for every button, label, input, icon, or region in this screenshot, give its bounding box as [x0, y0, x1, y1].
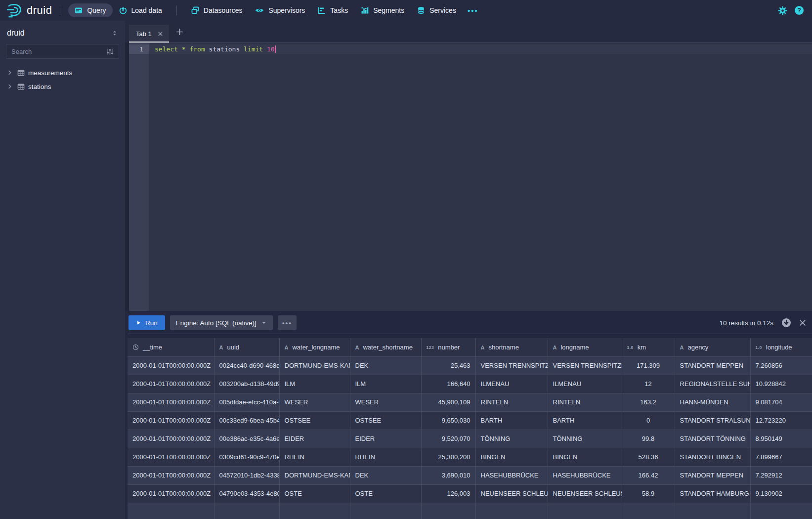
column-header-water_longname[interactable]: Awater_longname [279, 338, 350, 356]
table-cell[interactable]: EIDER [279, 430, 350, 448]
table-cell[interactable]: 9.130902 [750, 484, 812, 503]
table-cell[interactable]: NEUENSEER SCHLEUSEN [475, 484, 548, 503]
table-cell[interactable]: 126,003 [421, 484, 475, 503]
table-cell[interactable]: NEUENSEER SCHLEUSEN [548, 484, 622, 503]
table-cell[interactable]: RINTELN [475, 393, 548, 411]
table-cell[interactable]: STANDORT STRALSUND [675, 411, 750, 430]
table-cell[interactable]: 2000-01-01T00:00:00.000Z [128, 448, 214, 466]
table-cell[interactable] [421, 503, 475, 519]
table-cell[interactable]: VERSEN TRENNSPITZE [548, 356, 622, 375]
table-cell[interactable]: DORTMUND-EMS-KANA [279, 466, 350, 484]
table-cell[interactable]: 166.42 [622, 466, 675, 484]
table-cell[interactable]: 2000-01-01T00:00:00.000Z [128, 466, 214, 484]
table-cell[interactable]: 2000-01-01T00:00:00.000Z [128, 484, 214, 503]
table-cell[interactable]: TÖNNING [548, 430, 622, 448]
chevron-right-icon[interactable] [7, 84, 13, 89]
column-header-longitude[interactable]: 1.0longitude [750, 338, 812, 356]
table-cell[interactable]: 528.36 [622, 448, 675, 466]
close-results-icon[interactable] [799, 319, 806, 326]
table-cell[interactable]: ILM [279, 375, 350, 393]
table-cell[interactable]: WESER [350, 393, 421, 411]
column-header-shortname[interactable]: Ashortname [475, 338, 548, 356]
table-cell[interactable] [675, 503, 750, 519]
table-cell[interactable]: 7.899667 [750, 448, 812, 466]
help-icon[interactable]: ? [794, 5, 804, 15]
column-header-number[interactable]: 123number [421, 338, 475, 356]
table-cell[interactable]: 171.309 [622, 356, 675, 375]
table-cell[interactable]: 2000-01-01T00:00:00.000Z [128, 356, 214, 375]
table-cell[interactable]: STANDORT TÖNNING [675, 430, 750, 448]
table-cell[interactable]: ILMENAU [475, 375, 548, 393]
table-cell[interactable]: DEK [350, 466, 421, 484]
table-cell[interactable] [128, 503, 214, 519]
table-cell[interactable]: 0309cd61-90c9-470e-99 [214, 448, 279, 466]
table-cell[interactable]: 3,690,010 [421, 466, 475, 484]
table-cell[interactable]: EIDER [350, 430, 421, 448]
table-cell[interactable]: STANDORT MEPPEN [675, 356, 750, 375]
table-cell[interactable]: STANDORT HAMBURG [675, 484, 750, 503]
table-cell[interactable]: DEK [350, 356, 421, 375]
nav-item-services[interactable]: Services [411, 3, 463, 17]
table-cell[interactable]: 12 [622, 375, 675, 393]
table-cell[interactable]: 005dfdae-efcc-410a-bf1 [214, 393, 279, 411]
nav-item-datasources[interactable]: Datasources [185, 3, 249, 17]
table-cell[interactable]: 00e386ac-e35c-4a6e-80 [214, 430, 279, 448]
column-header-km[interactable]: 1.0km [622, 338, 675, 356]
add-tab-icon[interactable] [176, 28, 183, 36]
table-cell[interactable]: RHEIN [350, 448, 421, 466]
tree-item-stations[interactable]: stations [6, 80, 119, 93]
table-cell[interactable] [622, 503, 675, 519]
nav-item-tasks[interactable]: Tasks [311, 3, 354, 17]
table-cell[interactable] [279, 503, 350, 519]
table-cell[interactable]: HASEHUBBRÜCKE [475, 466, 548, 484]
table-cell[interactable]: 12.723220 [750, 411, 812, 430]
table-cell[interactable]: OSTSEE [279, 411, 350, 430]
schema-selector[interactable]: druid [6, 29, 119, 38]
table-cell[interactable]: 99.8 [622, 430, 675, 448]
table-cell[interactable]: HANN-MÜNDEN [675, 393, 750, 411]
search-input[interactable] [11, 48, 104, 55]
nav-more-button[interactable]: ••• [463, 3, 483, 18]
table-cell[interactable] [475, 503, 548, 519]
gear-icon[interactable] [778, 6, 787, 15]
tab-close-icon[interactable] [158, 31, 163, 37]
table-cell[interactable] [350, 503, 421, 519]
table-cell[interactable] [548, 503, 622, 519]
column-header-agency[interactable]: Aagency [675, 338, 750, 356]
column-header-uuid[interactable]: Auuid [214, 338, 279, 356]
column-header-water_shortname[interactable]: Awater_shortname [350, 338, 421, 356]
table-cell[interactable]: 2000-01-01T00:00:00.000Z [128, 393, 214, 411]
run-button[interactable]: Run [128, 315, 165, 330]
table-cell[interactable]: 04790e03-4353-4e80-be [214, 484, 279, 503]
table-cell[interactable]: RHEIN [279, 448, 350, 466]
table-cell[interactable]: ILMENAU [548, 375, 622, 393]
engine-select-button[interactable]: Engine: Auto [SQL (native)] [170, 315, 273, 330]
sql-editor[interactable]: 1 select * from stations limit 10 [129, 43, 812, 311]
table-cell[interactable]: ILM [350, 375, 421, 393]
druid-logo[interactable]: druid [6, 3, 52, 18]
column-header-longname[interactable]: Alongname [548, 338, 622, 356]
nav-item-query[interactable]: Query [68, 3, 112, 17]
chevron-right-icon[interactable] [7, 70, 13, 76]
table-cell[interactable]: BINGEN [475, 448, 548, 466]
filter-sliders-icon[interactable] [104, 46, 116, 57]
table-cell[interactable]: HASEHUBBRÜCKE [548, 466, 622, 484]
table-cell[interactable]: REGIONALSTELLE SUHL [675, 375, 750, 393]
table-cell[interactable]: 45,900,109 [421, 393, 475, 411]
table-cell[interactable]: 9,520,070 [421, 430, 475, 448]
column-header-__time[interactable]: __time [128, 338, 214, 356]
table-cell[interactable]: VERSEN TRENNSPITZE [475, 356, 548, 375]
nav-item-segments[interactable]: Segments [354, 3, 411, 17]
table-cell[interactable]: 2000-01-01T00:00:00.000Z [128, 411, 214, 430]
table-cell[interactable]: 25,300,200 [421, 448, 475, 466]
table-cell[interactable]: 9.081704 [750, 393, 812, 411]
table-cell[interactable]: 2000-01-01T00:00:00.000Z [128, 375, 214, 393]
table-cell[interactable]: 0024cc40-d690-468d-84 [214, 356, 279, 375]
table-cell[interactable]: 58.9 [622, 484, 675, 503]
table-cell[interactable]: 7.260856 [750, 356, 812, 375]
table-cell[interactable]: WESER [279, 393, 350, 411]
table-cell[interactable]: 7.292912 [750, 466, 812, 484]
table-cell[interactable]: STANDORT MEPPEN [675, 466, 750, 484]
table-cell[interactable]: BARTH [475, 411, 548, 430]
tree-item-measurements[interactable]: measurements [6, 66, 119, 80]
